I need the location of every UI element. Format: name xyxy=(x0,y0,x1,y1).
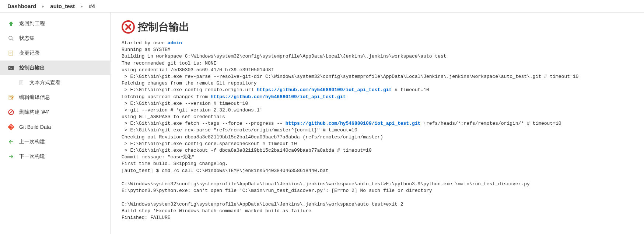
chevron-right-icon: ▸ xyxy=(42,4,44,9)
sidebar-item-label: 控制台输出 xyxy=(19,65,45,71)
chevron-right-icon: ▸ xyxy=(81,4,83,9)
no-entry-icon xyxy=(7,109,15,116)
svg-line-7 xyxy=(10,111,13,114)
sidebar-console-output[interactable]: 控制台输出 xyxy=(0,61,110,75)
document-icon xyxy=(18,79,25,86)
console-header: 控制台输出 xyxy=(122,20,633,34)
sidebar-changes[interactable]: 变更记录 xyxy=(0,46,110,61)
sidebar: 返回到工程 状态集 变更记录 控制台输出 文本方式查看 编辑编译信息 删除构建 … xyxy=(0,13,111,234)
sidebar-item-label: 编辑编译信息 xyxy=(19,94,50,101)
repo-link[interactable]: https://github.com/hy546880109/iot_api_t… xyxy=(211,94,346,100)
sidebar-view-as-text[interactable]: 文本方式查看 xyxy=(0,75,110,90)
sidebar-back-to-project[interactable]: 返回到工程 xyxy=(0,16,110,31)
repo-link[interactable]: https://github.com/hy546880109/iot_api_t… xyxy=(286,121,421,126)
notepad-icon xyxy=(7,49,15,57)
sidebar-status[interactable]: 状态集 xyxy=(0,31,110,46)
svg-rect-4 xyxy=(20,80,23,85)
arrow-right-icon xyxy=(7,153,15,160)
arrow-left-icon xyxy=(7,138,15,145)
sidebar-item-label: 变更记录 xyxy=(19,50,40,56)
breadcrumb-build[interactable]: #4 xyxy=(89,3,95,9)
console-output: Started by user admin Running as SYSTEM … xyxy=(122,40,633,221)
breadcrumb: Dashboard ▸ auto_test ▸ #4 xyxy=(0,0,644,13)
repo-link[interactable]: https://github.com/hy546880109/iot_api_t… xyxy=(257,87,392,93)
svg-point-0 xyxy=(9,36,12,39)
git-icon xyxy=(7,123,15,131)
notepad-edit-icon xyxy=(7,94,15,101)
breadcrumb-project[interactable]: auto_test xyxy=(50,3,75,9)
failure-icon xyxy=(122,20,135,34)
sidebar-item-label: 文本方式查看 xyxy=(29,79,60,86)
sidebar-previous-build[interactable]: 上一次构建 xyxy=(0,134,110,149)
svg-line-1 xyxy=(12,39,13,41)
sidebar-edit-build-info[interactable]: 编辑编译信息 xyxy=(0,90,110,105)
sidebar-next-build[interactable]: 下一次构建 xyxy=(0,149,110,164)
terminal-icon xyxy=(7,64,15,72)
main-content: 控制台输出 Started by user admin Running as S… xyxy=(111,13,644,234)
sidebar-item-label: 状态集 xyxy=(19,35,35,42)
up-arrow-icon xyxy=(7,20,15,27)
sidebar-item-label: Git Build Data xyxy=(19,124,51,130)
sidebar-item-label: 上一次构建 xyxy=(19,138,45,145)
breadcrumb-dashboard[interactable]: Dashboard xyxy=(7,3,36,9)
search-icon xyxy=(7,35,15,42)
page-title: 控制台输出 xyxy=(138,20,189,34)
sidebar-item-label: 删除构建 '#4' xyxy=(19,109,49,116)
sidebar-item-label: 下一次构建 xyxy=(19,153,45,160)
sidebar-item-label: 返回到工程 xyxy=(19,20,45,27)
user-link[interactable]: admin xyxy=(168,40,182,46)
sidebar-git-build-data[interactable]: Git Build Data xyxy=(0,120,110,134)
sidebar-delete-build[interactable]: 删除构建 '#4' xyxy=(0,105,110,120)
